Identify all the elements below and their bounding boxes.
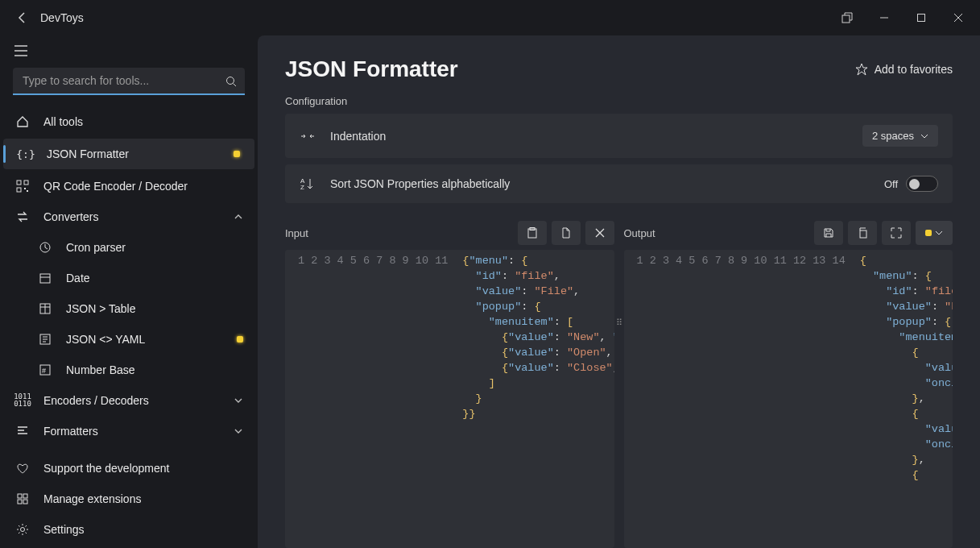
page-title: JSON Formatter <box>285 56 458 82</box>
sidebar-item-all-tools[interactable]: All tools <box>0 106 258 137</box>
encoders-icon: 10110110 <box>14 392 31 409</box>
app-title: DevToys <box>40 11 84 24</box>
svg-rect-8 <box>24 188 26 189</box>
svg-rect-6 <box>24 181 28 185</box>
overlay-icon[interactable] <box>829 5 866 31</box>
maximize-button[interactable] <box>903 5 940 31</box>
sidebar-item-label: Date <box>66 272 243 284</box>
json-yaml-icon <box>37 331 53 347</box>
sidebar-item-support[interactable]: Support the development <box>0 453 258 484</box>
output-panel: Output <box>624 221 953 548</box>
output-editor[interactable]: 1 2 3 4 5 6 7 8 9 10 11 12 13 14 { "menu… <box>624 250 953 548</box>
copy-button[interactable] <box>848 221 877 245</box>
favorites-label: Add to favorites <box>875 63 953 76</box>
svg-rect-2 <box>918 15 925 22</box>
chevron-down-icon <box>935 229 943 237</box>
sidebar-item-cron[interactable]: Cron parser <box>0 232 258 263</box>
chevron-down-icon <box>234 426 243 436</box>
search-icon <box>225 76 237 87</box>
json-icon: {:} <box>18 146 34 162</box>
svg-rect-22 <box>23 500 27 504</box>
file-button[interactable] <box>552 221 581 245</box>
config-label: Sort JSON Properties alphabetically <box>330 177 870 190</box>
save-button[interactable] <box>814 221 843 245</box>
indent-icon <box>300 128 316 144</box>
sidebar-item-qr[interactable]: QR Code Encoder / Decoder <box>0 171 258 201</box>
chevron-down-icon <box>234 396 243 405</box>
titlebar: DevToys <box>0 0 980 35</box>
indent-dropdown[interactable]: 2 spaces <box>862 125 938 147</box>
number-icon: # <box>37 362 53 378</box>
sidebar-item-converters[interactable]: Converters <box>0 201 258 232</box>
sidebar-item-label: Manage extensions <box>43 492 243 505</box>
svg-rect-20 <box>23 494 27 498</box>
lightbulb-icon <box>237 336 243 342</box>
sidebar-item-date[interactable]: Date <box>0 263 258 293</box>
calendar-icon <box>37 270 53 286</box>
sidebar: All tools {:} JSON Formatter QR Code Enc… <box>0 35 258 548</box>
clear-button[interactable] <box>585 221 614 245</box>
svg-rect-5 <box>17 181 21 185</box>
svg-point-3 <box>227 77 234 85</box>
dropdown-value: 2 spaces <box>872 130 914 142</box>
sidebar-item-encoders[interactable]: 10110110 Encoders / Decoders <box>0 385 258 416</box>
input-panel: Input 1 2 3 4 5 6 7 8 9 10 <box>285 221 614 548</box>
main-content: JSON Formatter Add to favorites Configur… <box>258 35 980 548</box>
input-label: Input <box>285 227 308 239</box>
heart-icon <box>14 460 31 476</box>
paste-button[interactable] <box>518 221 547 245</box>
config-section-label: Configuration <box>285 95 953 107</box>
svg-rect-19 <box>18 494 22 498</box>
extensions-icon <box>14 491 31 507</box>
sidebar-item-label: Settings <box>43 523 243 536</box>
hint-button[interactable] <box>916 221 953 245</box>
table-icon <box>37 301 53 317</box>
sidebar-item-label: Encoders / Decoders <box>43 394 221 407</box>
lightbulb-icon <box>234 151 240 157</box>
clock-icon <box>37 239 53 255</box>
expand-button[interactable] <box>882 221 911 245</box>
input-editor[interactable]: 1 2 3 4 5 6 7 8 9 10 11 {"menu": { "id":… <box>285 250 614 548</box>
sidebar-item-label: Cron parser <box>66 241 243 254</box>
sidebar-item-json-yaml[interactable]: JSON <> YAML <box>0 324 258 355</box>
sidebar-item-label: Support the development <box>43 462 243 475</box>
input-code[interactable]: {"menu": { "id": "file", "value": "File"… <box>456 250 614 548</box>
add-favorites-button[interactable]: Add to favorites <box>855 63 953 76</box>
sidebar-item-json-formatter[interactable]: {:} JSON Formatter <box>3 139 254 169</box>
input-gutter: 1 2 3 4 5 6 7 8 9 10 11 <box>285 250 456 548</box>
sidebar-item-label: JSON Formatter <box>47 147 221 160</box>
toggle-state: Off <box>884 178 898 190</box>
sidebar-item-label: JSON <> YAML <box>66 333 224 346</box>
sidebar-item-label: Formatters <box>43 425 221 438</box>
home-icon <box>14 114 31 130</box>
sidebar-item-extensions[interactable]: Manage extensions <box>0 484 258 514</box>
converters-icon <box>14 209 31 225</box>
sidebar-item-settings[interactable]: Settings <box>0 514 258 545</box>
minimize-button[interactable] <box>866 5 903 31</box>
back-icon[interactable] <box>16 11 29 24</box>
sidebar-item-label: All tools <box>43 115 243 128</box>
resize-grip-icon[interactable]: ⠿ <box>616 318 621 328</box>
output-label: Output <box>624 227 655 239</box>
config-sort: AZ Sort JSON Properties alphabetically O… <box>285 164 953 203</box>
search-input[interactable] <box>13 68 245 95</box>
sidebar-item-label: Converters <box>43 210 221 223</box>
sort-icon: AZ <box>300 176 316 192</box>
svg-point-23 <box>21 528 25 532</box>
formatters-icon <box>14 423 31 439</box>
config-label: Indentation <box>330 130 848 143</box>
sidebar-item-json-table[interactable]: JSON > Table <box>0 293 258 324</box>
close-button[interactable] <box>940 5 977 31</box>
svg-text:#: # <box>42 367 46 375</box>
sort-toggle[interactable] <box>906 176 938 192</box>
hamburger-icon[interactable] <box>0 39 258 68</box>
sidebar-item-number-base[interactable]: # Number Base <box>0 355 258 385</box>
svg-rect-28 <box>860 230 866 238</box>
sidebar-item-label: QR Code Encoder / Decoder <box>43 180 243 193</box>
sidebar-item-label: JSON > Table <box>66 302 243 315</box>
svg-rect-0 <box>842 15 850 23</box>
gear-icon <box>14 521 31 538</box>
lightbulb-icon <box>925 230 932 236</box>
sidebar-item-formatters[interactable]: Formatters <box>0 416 258 446</box>
output-gutter: 1 2 3 4 5 6 7 8 9 10 11 12 13 14 <box>624 250 854 548</box>
